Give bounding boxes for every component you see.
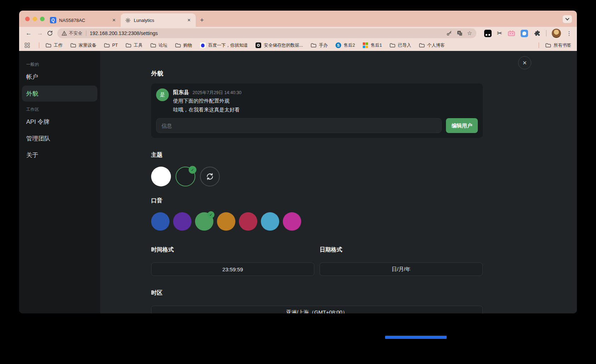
folder-icon <box>126 43 131 48</box>
date-format-select[interactable]: 日/月/年 <box>320 262 483 276</box>
date-format-heading: 日期格式 <box>320 246 483 254</box>
bookmark-folder[interactable]: 购物 <box>175 42 192 48</box>
browser-menu-icon[interactable]: ⋮ <box>566 30 572 37</box>
folder-icon <box>70 43 76 48</box>
tab-close-icon[interactable]: ✕ <box>186 17 192 23</box>
all-bookmarks-button[interactable]: 所有书签 <box>545 42 571 48</box>
tab-title: Lunalytics <box>134 18 183 23</box>
chevron-down-icon <box>565 16 569 20</box>
bookmark-baidu[interactable]: 百度一下，你就知道 <box>200 42 248 48</box>
tab-nas[interactable]: Q NAS5878AC ✕ <box>46 13 121 27</box>
sidebar-item-appearance[interactable]: 外貌 <box>22 86 97 102</box>
password-key-icon[interactable] <box>446 30 452 36</box>
sidebar-item-about[interactable]: 关于 <box>22 147 97 163</box>
new-tab-button[interactable]: + <box>200 16 204 24</box>
bookmark-shouhou1[interactable]: 售后1 <box>363 42 382 48</box>
tab-strip: Q NAS5878AC ✕ Lunalytics ✕ + <box>19 11 577 27</box>
folder-icon <box>419 43 425 48</box>
sidebar-item-account[interactable]: 帐户 <box>22 69 97 85</box>
bookmark-folder[interactable]: 论坛 <box>150 42 167 48</box>
bookmark-folder[interactable]: 手办 <box>311 42 328 48</box>
folder-icon <box>104 43 110 48</box>
apps-shortcut[interactable] <box>25 43 31 48</box>
theme-option-light[interactable] <box>151 167 171 186</box>
bookmark-secure-storage[interactable]: 安全储存您的数据... <box>256 42 303 48</box>
apps-grid-icon <box>25 43 30 48</box>
accent-option-orange[interactable] <box>217 212 235 231</box>
warning-icon <box>62 31 67 36</box>
bookmark-star-icon[interactable]: ☆ <box>467 30 472 36</box>
theme-heading: 主题 <box>151 151 483 159</box>
selected-check-icon: ✓ <box>207 211 214 218</box>
accent-option-blue[interactable] <box>151 212 170 231</box>
message-line: 哇哦，在我看来这真是太好看 <box>173 106 478 114</box>
extensions-area: ✂ ⋮ <box>484 29 572 38</box>
theme-option-auto[interactable] <box>200 167 220 186</box>
folder-icon <box>46 43 51 48</box>
address-bar[interactable]: 不安全 192.168.200.132:2308/settings A ☆ <box>57 28 476 38</box>
profile-avatar[interactable] <box>552 29 561 38</box>
extensions-puzzle-icon[interactable] <box>533 30 541 37</box>
divider <box>539 42 539 48</box>
page-title: 外貌 <box>151 69 483 77</box>
scissors-extension-icon[interactable]: ✂ <box>497 30 502 36</box>
sharepoint-icon: S <box>336 42 341 48</box>
username: 阳东县 <box>173 89 189 96</box>
message-line: 使用下面的控件配置外观 <box>173 97 478 105</box>
microsoft-icon <box>363 42 368 48</box>
folder-icon <box>175 43 181 48</box>
minimize-window-button[interactable] <box>33 17 37 21</box>
tab-close-icon[interactable]: ✕ <box>111 17 117 23</box>
url-text[interactable]: 192.168.200.132:2308/settings <box>90 30 442 36</box>
reload-button[interactable] <box>47 30 53 36</box>
bookmark-folder[interactable]: 工作 <box>46 42 63 48</box>
accent-option-crimson[interactable] <box>239 212 257 231</box>
bookmark-folder[interactable]: 已导入 <box>390 42 411 48</box>
bookmark-folder[interactable]: 家里设备 <box>70 42 96 48</box>
security-label[interactable]: 不安全 <box>69 30 82 36</box>
message-input[interactable] <box>156 118 442 133</box>
tab-title: NAS5878AC <box>59 18 108 23</box>
edit-user-button[interactable]: 编辑用户 <box>446 118 478 133</box>
accent-option-purple[interactable] <box>173 212 191 231</box>
nas-tab-icon: Q <box>50 17 56 23</box>
sidebar-section-workspace: 工作区 <box>26 106 100 112</box>
tab-lunalytics[interactable]: Lunalytics ✕ <box>121 13 196 27</box>
cloud-extension-icon[interactable] <box>521 30 528 37</box>
bookmark-folder[interactable]: 个人博客 <box>419 42 445 48</box>
back-button[interactable]: ← <box>24 30 33 37</box>
browser-toolbar: ← → 不安全 192.168.200.132:2308/settings A <box>19 27 577 40</box>
adblock-extension-icon[interactable] <box>484 30 492 37</box>
accent-options: ✓ <box>151 212 483 231</box>
maximize-window-button[interactable] <box>40 17 45 21</box>
timezone-select[interactable]: 亚洲/上海（GMT+08:00） <box>151 306 483 313</box>
bookmark-shouhou2[interactable]: S 售后2 <box>336 42 355 48</box>
time-format-select[interactable]: 23:59:59 <box>151 262 314 276</box>
lunalytics-tab-icon <box>125 17 131 23</box>
accent-option-teal[interactable] <box>261 212 279 231</box>
bookmark-folder[interactable]: PT <box>104 43 118 48</box>
traffic-lights <box>25 17 45 21</box>
selected-check-icon: ✓ <box>189 166 196 174</box>
bilibili-extension-icon[interactable] <box>508 30 515 36</box>
forward-button[interactable]: → <box>35 30 45 37</box>
close-settings-button[interactable]: ✕ <box>518 56 531 69</box>
bookmark-folder[interactable]: 工具 <box>126 42 143 48</box>
user-preview-card: 是 阳东县 2025年7月29日 14:40:30 使用下面的控件配置外观 哇哦… <box>151 83 483 138</box>
translate-icon[interactable]: A <box>457 30 463 36</box>
close-window-button[interactable] <box>25 17 30 21</box>
timestamp: 2025年7月29日 14:40:30 <box>193 90 241 96</box>
theme-option-dark-selected[interactable]: ✓ <box>176 167 195 186</box>
sidebar-item-manage-team[interactable]: 管理团队 <box>22 131 97 146</box>
settings-sidebar: 一般的 帐户 外貌 工作区 API 令牌 管理团队 关于 <box>19 51 100 313</box>
camera-icon <box>256 42 261 48</box>
accent-heading: 口音 <box>151 197 483 204</box>
folder-icon <box>311 43 316 48</box>
timezone-heading: 时区 <box>151 289 483 297</box>
divider <box>546 30 546 36</box>
tab-search-button[interactable] <box>563 15 572 23</box>
folder-icon <box>390 43 395 48</box>
accent-option-green-selected[interactable]: ✓ <box>195 212 213 231</box>
accent-option-magenta[interactable] <box>283 212 301 231</box>
sidebar-item-api-tokens[interactable]: API 令牌 <box>22 114 97 130</box>
